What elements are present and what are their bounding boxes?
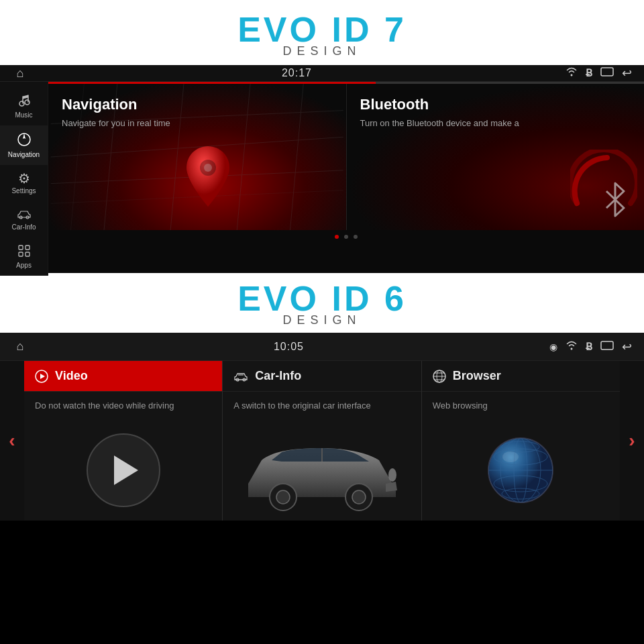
- svg-rect-9: [25, 246, 30, 250]
- screen-header-top: ⌂ 20:17 Ƀ ↩: [0, 65, 644, 82]
- music-icon: [17, 94, 31, 109]
- dot-2: [344, 235, 348, 239]
- navigation-icon: [17, 132, 32, 149]
- svg-rect-11: [25, 252, 30, 256]
- cards-row-bottom: Video Do not watch the video while drivi…: [24, 361, 620, 521]
- video-play-icon: [35, 370, 48, 383]
- cards-bottom-outer: ‹ Video Do not watch the video while dri…: [0, 361, 644, 521]
- screen-icon-top: [600, 67, 614, 79]
- nav-card-desc: Navigate for you in real time: [62, 117, 333, 129]
- play-button[interactable]: [87, 433, 160, 507]
- dot-3: [354, 235, 358, 239]
- back-icon-top[interactable]: ↩: [622, 66, 632, 80]
- car-info-icon: [233, 371, 248, 382]
- nav-card-title: Navigation: [62, 96, 333, 113]
- car-info-card-image: [223, 420, 421, 521]
- brand-section-top: EVO ID 7 DESIGN: [0, 0, 644, 65]
- brand-subtitle-mid: DESIGN: [282, 313, 361, 327]
- screen-body-top: Music Navigation ⚙ Settings Car-Info: [0, 82, 644, 276]
- svg-rect-0: [601, 68, 613, 76]
- arrow-right[interactable]: ›: [620, 421, 644, 461]
- svg-rect-23: [601, 341, 613, 350]
- car-info-card-header: Car-Info: [223, 361, 421, 392]
- svg-point-32: [352, 490, 366, 504]
- screen-icon-bot: [600, 341, 614, 353]
- globe-illustration: [480, 430, 561, 511]
- home-icon[interactable]: ⌂: [12, 65, 28, 81]
- settings-icon: ⚙: [18, 172, 30, 185]
- wifi-icon: [566, 67, 578, 79]
- clock-bot: 10:05: [274, 341, 304, 353]
- video-card-desc: Do not watch the video while driving: [24, 392, 222, 420]
- browser-card-desc: Web browsing: [422, 392, 620, 420]
- browser-card[interactable]: Browser Web browsing: [422, 361, 620, 521]
- svg-marker-25: [40, 374, 45, 379]
- sidebar-top: Music Navigation ⚙ Settings Car-Info: [0, 82, 48, 276]
- header-icons-bot: ◉ Ƀ ↩: [549, 339, 632, 354]
- car-info-card[interactable]: Car-Info A switch to the original car in…: [223, 361, 421, 521]
- bt-card-desc: Turn on the Bluetooth device and make a: [360, 117, 631, 129]
- sidebar-item-settings[interactable]: ⚙ Settings: [0, 165, 48, 201]
- sidebar-carinfo-label: Car-Info: [11, 223, 36, 231]
- bt-card[interactable]: Bluetooth Turn on the Bluetooth device a…: [347, 84, 645, 230]
- bluetooth-symbol-icon: [598, 181, 632, 218]
- dot-1: [335, 235, 339, 239]
- video-card-image: [24, 420, 222, 521]
- video-card[interactable]: Video Do not watch the video while drivi…: [24, 361, 223, 521]
- car-info-card-title: Car-Info: [255, 369, 301, 383]
- browser-globe-icon: [433, 370, 446, 383]
- svg-rect-10: [19, 252, 23, 256]
- brand-title-mid: EVO ID 6: [237, 281, 407, 316]
- sidebar-item-navigation[interactable]: Navigation: [0, 125, 48, 165]
- sidebar-item-car-info[interactable]: Car-Info: [0, 201, 48, 237]
- back-icon-bot[interactable]: ↩: [622, 339, 632, 354]
- car-info-card-desc: A switch to the original car interface: [223, 392, 421, 420]
- arrow-left[interactable]: ‹: [0, 421, 24, 461]
- sidebar-settings-label: Settings: [11, 187, 36, 195]
- sidebar-item-music[interactable]: Music: [0, 87, 48, 125]
- bluetooth-icon-top: Ƀ: [586, 67, 592, 79]
- sidebar-item-apps[interactable]: Apps: [0, 237, 48, 276]
- header-icons-top: Ƀ ↩: [566, 66, 632, 80]
- car-icon: [17, 208, 32, 221]
- apps-icon: [17, 244, 31, 260]
- svg-point-33: [388, 468, 396, 482]
- wifi-icon-bot: [566, 341, 578, 353]
- svg-point-30: [276, 490, 290, 504]
- svg-rect-8: [19, 246, 23, 250]
- home-icon-bot[interactable]: ⌂: [12, 339, 28, 355]
- svg-point-49: [502, 451, 519, 462]
- video-card-header: Video: [24, 361, 222, 392]
- play-triangle-icon: [114, 455, 138, 485]
- browser-card-image: [422, 420, 620, 521]
- brand-title-top: EVO ID 7: [237, 12, 407, 47]
- location-icon: ◉: [549, 341, 557, 352]
- nav-card[interactable]: Navigation Navigate for you in real time: [48, 84, 346, 230]
- screen-header-bot: ⌂ 10:05 ◉ Ƀ ↩: [0, 333, 644, 361]
- clock-top: 20:17: [282, 67, 312, 79]
- browser-card-header: Browser: [422, 361, 620, 392]
- car-illustration: [235, 427, 409, 514]
- svg-point-1: [19, 101, 24, 106]
- screen-top: ⌂ 20:17 Ƀ ↩ Music: [0, 65, 644, 273]
- carousel-dots-top: [48, 230, 644, 244]
- sidebar-apps-label: Apps: [16, 262, 32, 269]
- cards-container-top: Navigation Navigate for you in real time: [48, 84, 644, 230]
- bt-card-title: Bluetooth: [360, 96, 631, 113]
- map-pin-icon: [181, 143, 235, 210]
- video-card-title: Video: [55, 369, 88, 383]
- svg-point-2: [25, 100, 30, 105]
- screen-bottom: ⌂ 10:05 ◉ Ƀ ↩ ‹ Video: [0, 333, 644, 521]
- brand-section-mid: EVO ID 6 DESIGN: [0, 273, 644, 333]
- bluetooth-icon-bot: Ƀ: [586, 341, 592, 353]
- svg-point-22: [204, 164, 212, 172]
- sidebar-music-label: Music: [15, 111, 32, 119]
- brand-subtitle-top: DESIGN: [282, 44, 361, 58]
- main-content-top: Navigation Navigate for you in real time: [48, 82, 644, 276]
- browser-card-title: Browser: [453, 369, 501, 383]
- sidebar-nav-label: Navigation: [8, 151, 40, 158]
